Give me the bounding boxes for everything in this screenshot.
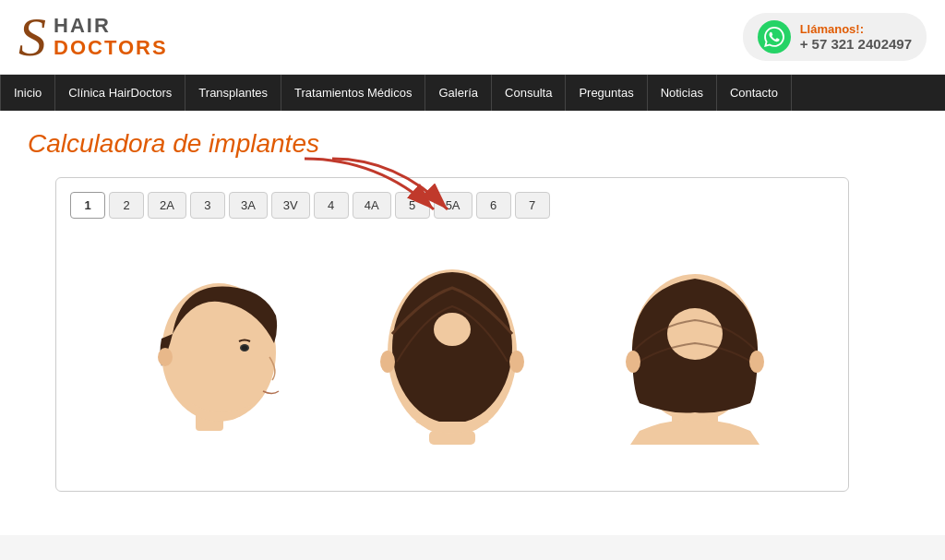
- logo-s-icon: S: [18, 9, 46, 65]
- tab-3v[interactable]: 3V: [271, 192, 310, 219]
- nav-item-clinica[interactable]: Clínica HairDoctors: [55, 75, 185, 111]
- svg-point-8: [392, 272, 512, 423]
- main-content: Calculadora de implantes 1 2 2: [0, 111, 945, 535]
- logo-doctors: DOCTORS: [54, 37, 168, 59]
- navbar: Inicio Clínica HairDoctors Transplantes …: [0, 75, 945, 111]
- heads-area: [70, 237, 834, 477]
- svg-point-16: [626, 351, 640, 373]
- nav-item-preguntas[interactable]: Preguntas: [566, 75, 647, 111]
- svg-point-17: [749, 351, 764, 373]
- phone-number: + 57 321 2402497: [800, 36, 912, 52]
- svg-point-15: [667, 308, 723, 360]
- tab-2a[interactable]: 2A: [148, 192, 186, 219]
- tab-3[interactable]: 3: [190, 192, 225, 219]
- tab-4a[interactable]: 4A: [353, 192, 391, 219]
- head-back-figure: [621, 260, 769, 445]
- calculator-box: 1 2 2A 3 3A 3V 4 4A 5 5A 6 7: [55, 177, 849, 492]
- svg-point-11: [509, 351, 524, 373]
- annotation-area: 1 2 2A 3 3A 3V 4 4A 5 5A 6 7: [28, 177, 917, 492]
- logo-hair: HAIR: [54, 15, 168, 37]
- nav-item-tratamientos[interactable]: Tratamientos Médicos: [281, 75, 425, 111]
- nav-item-transplantes[interactable]: Transplantes: [185, 75, 281, 111]
- svg-point-4: [158, 348, 173, 366]
- svg-point-6: [242, 346, 247, 351]
- page-title: Calculadora de implantes: [28, 129, 917, 159]
- nav-item-noticias[interactable]: Noticias: [648, 75, 717, 111]
- svg-point-10: [380, 351, 395, 373]
- svg-point-9: [434, 313, 471, 346]
- logo-area: S HAIR DOCTORS: [18, 9, 168, 65]
- llamanos-label: Llámanos!:: [800, 22, 912, 36]
- header: S HAIR DOCTORS Llámanos!: + 57 321 24024…: [0, 0, 945, 75]
- contact-area[interactable]: Llámanos!: + 57 321 2402497: [743, 13, 927, 61]
- nav-item-consulta[interactable]: Consulta: [492, 75, 566, 111]
- tab-5[interactable]: 5: [395, 192, 430, 219]
- tab-7[interactable]: 7: [515, 192, 550, 219]
- nav-item-inicio[interactable]: Inicio: [0, 75, 55, 111]
- tab-4[interactable]: 4: [314, 192, 349, 219]
- tab-5a[interactable]: 5A: [434, 192, 472, 219]
- logo-text: HAIR DOCTORS: [54, 15, 168, 59]
- tab-6[interactable]: 6: [476, 192, 511, 219]
- tab-2[interactable]: 2: [109, 192, 144, 219]
- head-top-figure: [378, 260, 526, 445]
- tabs-row: 1 2 2A 3 3A 3V 4 4A 5 5A 6 7: [70, 192, 834, 219]
- head-side-figure: [136, 260, 283, 445]
- tab-1[interactable]: 1: [70, 192, 105, 219]
- nav-item-galeria[interactable]: Galería: [425, 75, 492, 111]
- whatsapp-icon: [758, 20, 791, 54]
- tab-3a[interactable]: 3A: [229, 192, 268, 219]
- nav-item-contacto[interactable]: Contacto: [717, 75, 792, 111]
- contact-text: Llámanos!: + 57 321 2402497: [800, 22, 912, 52]
